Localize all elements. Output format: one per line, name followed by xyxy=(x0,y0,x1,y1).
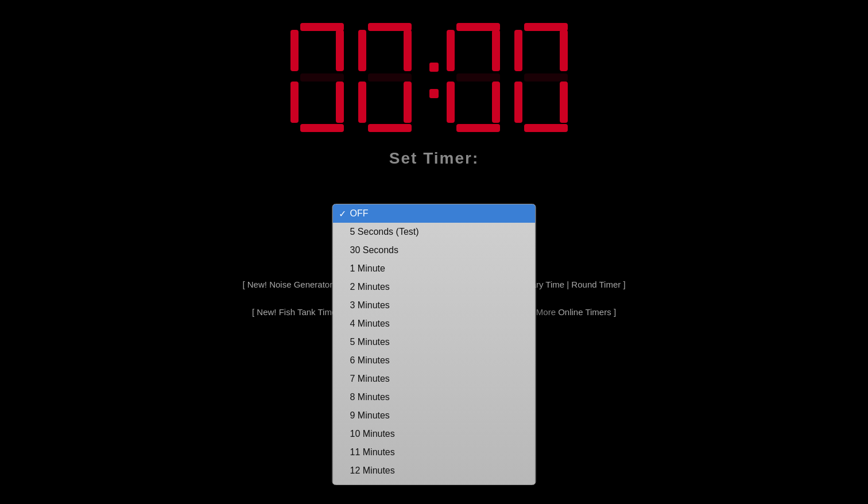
dropdown-option-3m[interactable]: 3 Minutes xyxy=(333,296,536,315)
dropdown-option-off[interactable]: OFF xyxy=(333,204,536,223)
dropdown-option-1m[interactable]: 1 Minute xyxy=(333,259,536,278)
colon-dot-bottom xyxy=(429,89,439,98)
clock-colon xyxy=(429,23,439,132)
bracket-open-1: [ xyxy=(242,280,247,289)
dropdown-option-11m[interactable]: 11 Minutes xyxy=(333,443,536,462)
dropdown-option-30s[interactable]: 30 Seconds xyxy=(333,241,536,259)
bracket-close-1: ] xyxy=(623,280,625,289)
hour-tens-digit xyxy=(290,23,354,132)
colon-dot-top xyxy=(429,63,439,72)
dropdown-option-13m[interactable]: 13 Minutes xyxy=(333,480,536,485)
dropdown-option-5s[interactable]: 5 Seconds (Test) xyxy=(333,223,536,241)
online-timers-link[interactable]: Online Timers xyxy=(558,307,611,317)
dropdown-option-10m[interactable]: 10 Minutes xyxy=(333,425,536,443)
new-badge-1: New! xyxy=(247,280,267,289)
clock-display xyxy=(0,0,868,132)
minute-tens-digit xyxy=(447,23,510,132)
dropdown-option-4m[interactable]: 4 Minutes xyxy=(333,315,536,333)
bracket-close-2: ] xyxy=(614,307,616,317)
hour-ones-digit xyxy=(358,23,421,132)
dropdown-option-2m[interactable]: 2 Minutes xyxy=(333,278,536,296)
dropdown-option-5m[interactable]: 5 Minutes xyxy=(333,333,536,351)
fish-tank-timer-link[interactable]: Fish Tank Timer xyxy=(279,307,340,317)
dropdown-option-6m[interactable]: 6 Minutes xyxy=(333,351,536,370)
dropdown-option-7m[interactable]: 7 Minutes xyxy=(333,370,536,388)
set-timer-text: Set Timer: xyxy=(389,149,479,167)
dropdown-list[interactable]: OFF5 Seconds (Test)30 Seconds1 Minute2 M… xyxy=(332,204,536,485)
dropdown-option-8m[interactable]: 8 Minutes xyxy=(333,388,536,406)
new-badge-2: New! xyxy=(257,307,276,317)
dropdown-option-12m[interactable]: 12 Minutes xyxy=(333,462,536,480)
dropdown-option-9m[interactable]: 9 Minutes xyxy=(333,406,536,425)
timer-dropdown[interactable]: OFF5 Seconds (Test)30 Seconds1 Minute2 M… xyxy=(332,204,536,485)
round-timer-link[interactable]: Round Timer xyxy=(571,280,621,289)
set-timer-label: Set Timer: xyxy=(0,149,868,168)
noise-generator-link[interactable]: Noise Generator xyxy=(269,280,332,289)
more-text: More xyxy=(536,307,558,317)
minute-ones-digit xyxy=(514,23,578,132)
